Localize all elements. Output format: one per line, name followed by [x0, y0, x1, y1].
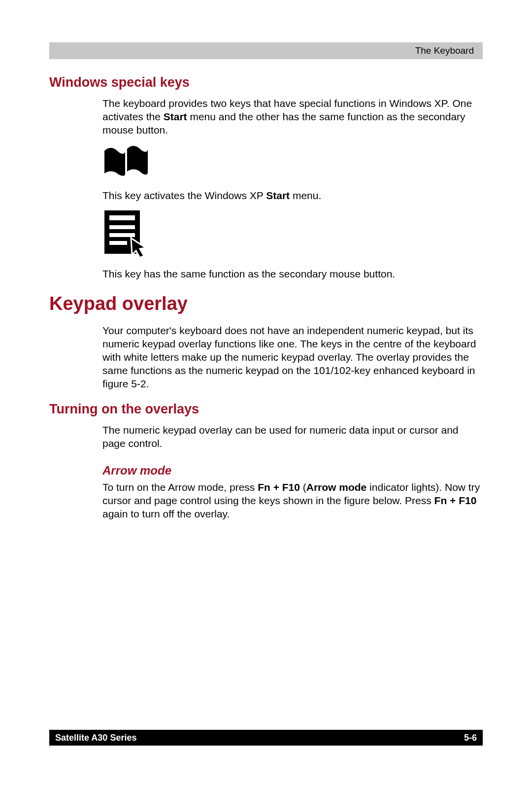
svg-rect-2 [109, 225, 135, 229]
paragraph: The numeric keypad overlay can be used f… [49, 424, 483, 450]
heading-turning-on-overlays: Turning on the overlays [49, 402, 483, 417]
svg-rect-4 [109, 241, 127, 245]
page-header-bar: The Keyboard [49, 42, 483, 59]
page-footer-bar: Satellite A30 Series 5-6 [49, 730, 483, 746]
paragraph: Your computer's keyboard does not have a… [49, 324, 483, 390]
svg-rect-1 [109, 215, 135, 220]
footer-product-name: Satellite A30 Series [55, 733, 136, 743]
paragraph: This key activates the Windows XP Start … [49, 189, 483, 203]
heading-keypad-overlay: Keypad overlay [49, 293, 483, 314]
footer-page-number: 5-6 [464, 733, 477, 743]
text: Your computer's keyboard does not have a… [102, 324, 483, 390]
text: To turn on the Arrow mode, press [102, 481, 258, 493]
page-header-title: The Keyboard [415, 45, 474, 56]
paragraph: This key has the same function as the se… [49, 268, 483, 281]
heading-arrow-mode: Arrow mode [102, 463, 483, 478]
bold-text: Fn + F10 [258, 481, 300, 493]
page: The Keyboard Windows special keys The ke… [0, 0, 532, 785]
text: This key has the same function as the se… [102, 268, 483, 281]
arrow-mode-block: Arrow mode To turn on the Arrow mode, pr… [49, 463, 483, 521]
bold-text: Start [164, 111, 187, 122]
bold-text: Arrow mode [306, 481, 367, 493]
bold-text: Fn + F10 [434, 495, 477, 506]
context-menu-icon [49, 209, 483, 259]
paragraph: The keyboard provides two keys that have… [49, 97, 483, 137]
text: The numeric keypad overlay can be used f… [102, 424, 483, 450]
text: again to turn off the overlay. [102, 508, 230, 519]
bold-text: Start [266, 190, 290, 201]
text: This key activates the Windows XP [102, 190, 266, 201]
windows-logo-icon [49, 144, 483, 180]
text: menu. [290, 190, 321, 201]
heading-windows-special-keys: Windows special keys [49, 75, 483, 90]
page-content: Windows special keys The keyboard provid… [49, 59, 483, 521]
text: ( [300, 481, 306, 493]
svg-rect-3 [109, 233, 135, 237]
